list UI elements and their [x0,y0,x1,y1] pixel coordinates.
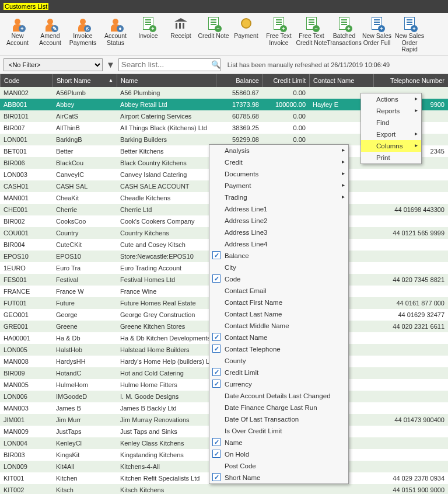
toolbar-amend-account[interactable]: ✎Amend Account [34,15,66,54]
column-toggle-credit-limit[interactable]: Credit Limit [209,367,348,378]
col-telephone[interactable]: Telephone Number [373,74,448,87]
funnel-icon[interactable]: ▼ [106,60,115,69]
col-balance[interactable]: Balance [216,74,262,87]
person-coin-icon: £ [75,16,90,32]
column-toggle-date-account-details-last-changed[interactable]: Date Account Details Last Changed [209,390,348,402]
toolbar-payment[interactable]: Payment [230,15,262,54]
column-toggle-address-line1[interactable]: Address Line1 [209,203,348,215]
search-input[interactable] [118,58,220,71]
submenu-documents[interactable]: Documents [209,168,348,180]
column-toggle-name[interactable]: Name [209,437,348,448]
col-name[interactable]: Name [117,74,216,87]
doc-green-icon: + [337,16,352,32]
column-toggle-date-of-last-transaction[interactable]: Date Of Last Transaction [209,413,348,425]
doc-blue-icon: + [369,16,384,32]
coin-icon [239,16,254,32]
toolbar-batched-transactions[interactable]: +Batched Transactions [328,15,360,54]
toolbar-account-status[interactable]: ●Account Status [99,15,132,54]
main-toolbar: +New Account✎Amend Account£Invoice Payme… [0,13,448,56]
doc-plus-green-icon: + [271,16,286,32]
menu-actions[interactable]: Actions [361,93,421,105]
column-toggle-contact-last-name[interactable]: Contact Last Name [209,308,348,320]
column-toggle-currency[interactable]: Currency [209,378,348,390]
bank-icon [173,16,188,32]
menu-find[interactable]: Find [361,117,421,128]
column-toggle-date-finance-charge-last-run[interactable]: Date Finance Charge Last Run [209,402,348,413]
col-code[interactable]: Code [0,74,52,87]
column-toggle-address-line3[interactable]: Address Line3 [209,227,348,238]
column-toggle-address-line4[interactable]: Address Line4 [209,238,348,250]
submenu-analysis[interactable]: Analysis [209,145,348,156]
column-toggle-contact-telephone[interactable]: Contact Telephone [209,343,348,355]
toolbar-receipt[interactable]: Receipt [164,15,197,54]
submenu-payment[interactable]: Payment [209,180,348,192]
toolbar-free-text-credit-note[interactable]: −Free Text Credit Note [295,15,328,54]
column-toggle-contact-first-name[interactable]: Contact First Name [209,297,348,308]
toolbar-free-text-invoice[interactable]: +Free Text Invoice [262,15,295,54]
doc-plus-green-icon: + [141,16,156,32]
column-toggle-contact-email[interactable]: Contact Email [209,285,348,297]
column-toggle-post-code[interactable]: Post Code [209,460,348,472]
toolbar-invoice[interactable]: +Invoice [132,15,164,54]
column-toggle-code[interactable]: Code [209,273,348,285]
menu-columns[interactable]: Columns [361,140,421,152]
submenu-credit[interactable]: Credit [209,156,348,168]
doc-minus-green-icon: − [206,16,221,32]
sort-asc-icon: ▲ [108,78,113,83]
window-titlebar: Customers List [0,0,448,13]
menu-reports[interactable]: Reports [361,105,421,117]
filter-combo[interactable]: <No Filter> [4,58,103,71]
toolbar-new-account[interactable]: +New Account [1,15,34,54]
doc-minus-green-icon: − [304,16,319,32]
column-toggle-balance[interactable]: Balance [209,250,348,262]
column-toggle-county[interactable]: County [209,355,348,367]
column-toggle-is-over-credit-limit[interactable]: Is Over Credit Limit [209,425,348,437]
table-row[interactable]: KIT002KitschKitsch Kitchens44 0151 900 9… [0,484,448,494]
column-toggle-on-hold[interactable]: On Hold [209,448,348,460]
search-box[interactable] [118,58,220,71]
window-title: Customers List [4,3,48,10]
column-toggle-contact-middle-name[interactable]: Contact Middle Name [209,320,348,332]
data-grid: MAN002A56PlumbA56 Plumbing55860.670.00AB… [0,87,448,494]
person-edit-icon: ✎ [43,16,58,32]
doc-blue-icon: + [402,16,417,32]
submenu-trading[interactable]: Trading [209,192,348,203]
person-plus-icon: + [10,16,25,32]
status-text: List has been manually refreshed at 26/1… [228,61,390,68]
toolbar-invoice-payments[interactable]: £Invoice Payments [66,15,99,54]
column-toggle-address-line2[interactable]: Address Line2 [209,215,348,227]
person-status-icon: ● [108,16,123,32]
search-icon[interactable]: 🔍 [211,60,220,69]
menu-print[interactable]: Print [361,152,421,163]
col-short-name[interactable]: Short Name▲ [52,74,117,87]
grid-header: Code Short Name▲ Name Balance Credit Lim… [0,74,448,87]
column-toggle-short-name[interactable]: Short Name [209,472,348,483]
context-menu-main: ActionsReportsFindExportColumnsPrint [360,93,422,164]
column-toggle-contact-name[interactable]: Contact Name [209,332,348,343]
menu-export[interactable]: Export [361,128,421,140]
column-toggle-city[interactable]: City [209,262,348,273]
context-menu-columns: AnalysisCreditDocumentsPaymentTradingAdd… [209,144,349,484]
filter-bar: <No Filter> ▼ 🔍 List has been manually r… [0,56,448,74]
toolbar-new-sales-order-rapid[interactable]: +New Sales Order Rapid [393,15,426,54]
toolbar-new-sales-order-full[interactable]: +New Sales Order Full [360,15,393,54]
toolbar-credit-note[interactable]: −Credit Note [197,15,230,54]
col-credit-limit[interactable]: Credit Limit [262,74,309,87]
col-contact-name[interactable]: Contact Name [309,74,373,87]
